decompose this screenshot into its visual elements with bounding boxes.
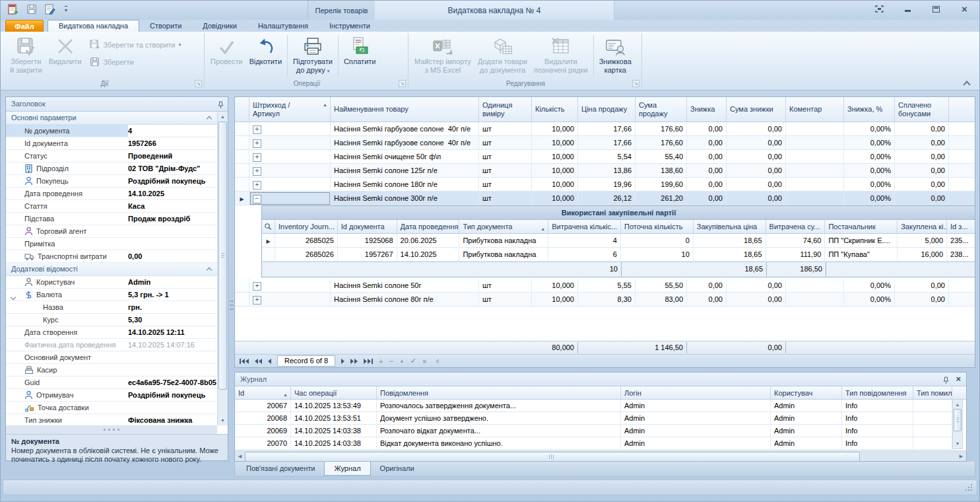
- ribbon-button[interactable]: Підготувати до друку ▾: [290, 34, 336, 77]
- minimize-icon[interactable]: [903, 5, 913, 13]
- nav-delete-icon[interactable]: −: [387, 357, 395, 365]
- ribbon-tab-active[interactable]: Видаткова накладна: [48, 20, 139, 32]
- cell-login[interactable]: Admin: [621, 412, 771, 425]
- cell-barcode[interactable]: +: [249, 178, 331, 192]
- cell-bonus[interactable]: 0,00: [895, 122, 949, 136]
- cell-user[interactable]: Admin: [771, 400, 842, 412]
- vertical-splitter[interactable]: [230, 301, 234, 310]
- cell-discount_pct[interactable]: 0,00%: [844, 164, 895, 178]
- field-value[interactable]: 4: [128, 125, 216, 137]
- scrollbar-thumb[interactable]: [218, 122, 227, 390]
- product-row[interactable]: +Насіння Semki солоне 125г п/ешт10,00013…: [235, 164, 975, 178]
- cell-name[interactable]: Насіння Semki очищене 50г ф\п: [331, 150, 479, 164]
- cell-unit[interactable]: шт: [479, 122, 532, 136]
- column-header-supplier[interactable]: Постачальник: [825, 220, 898, 233]
- field-value[interactable]: Продаж вроздріб: [128, 213, 216, 225]
- column-header-login[interactable]: Логін: [621, 386, 771, 399]
- cell-barcode[interactable]: +: [249, 164, 331, 178]
- field-value[interactable]: Каса: [128, 200, 216, 212]
- field-value[interactable]: ec4a6a95-75e2-4007-8b05...: [128, 377, 216, 388]
- cell-unit[interactable]: шт: [479, 136, 532, 150]
- export-document-icon[interactable]: [7, 3, 20, 16]
- field-value[interactable]: Проведений: [128, 150, 216, 162]
- cell-purchased_qty[interactable]: 5,000: [898, 234, 947, 248]
- column-header-discount_pct[interactable]: Знижка, %: [844, 97, 895, 122]
- cell-name[interactable]: Насіння Semki солоне 50г: [331, 279, 479, 293]
- field-row[interactable]: Точка доставки: [6, 402, 218, 414]
- field-row[interactable]: Основний документ: [6, 351, 218, 364]
- cell-msg_type[interactable]: Info: [842, 437, 913, 450]
- cell-bonus[interactable]: 0,00: [895, 279, 949, 293]
- cell-bonus[interactable]: 0,00: [895, 136, 949, 150]
- cell-price[interactable]: 17,66: [578, 136, 636, 150]
- ribbon-tab-item[interactable]: Налаштування: [247, 20, 319, 32]
- cell-err_type[interactable]: [913, 425, 952, 437]
- cell-message[interactable]: Документ успішно затверджено.: [377, 412, 621, 425]
- cell-price[interactable]: 13,86: [578, 164, 636, 178]
- cell-comment[interactable]: [786, 122, 844, 136]
- cell-name[interactable]: Насіння Semki гарбузове солоне 40г п/е: [331, 136, 479, 150]
- cell-barcode[interactable]: +: [249, 279, 331, 293]
- cell-doc_type[interactable]: Прибуткова накладна: [459, 234, 548, 248]
- cell-comment[interactable]: [786, 178, 844, 192]
- cell-current_qty[interactable]: 10: [621, 248, 694, 262]
- field-value[interactable]: Роздрібний покупець: [128, 175, 216, 187]
- chevron-down-icon[interactable]: [11, 293, 15, 301]
- field-row[interactable]: Дата проведення14.10.2025: [6, 188, 218, 200]
- column-header-purchased_qty[interactable]: Закуплена кі...: [898, 220, 947, 233]
- column-header-time[interactable]: Час операції: [291, 386, 377, 399]
- collapse-ribbon-icon[interactable]: [963, 81, 971, 86]
- cell-discount[interactable]: 0,00: [687, 178, 727, 192]
- cell-price[interactable]: 5,54: [578, 150, 636, 164]
- cell-sum[interactable]: 138,60: [636, 164, 687, 178]
- column-header-msg_type[interactable]: Тип повідомлення: [842, 386, 913, 399]
- edit-document-icon[interactable]: [44, 3, 57, 16]
- nav-add-icon[interactable]: +: [377, 357, 385, 365]
- cell-discount_sum[interactable]: 0,00: [727, 164, 786, 178]
- cell-price[interactable]: 26,12: [578, 192, 636, 205]
- cell-qty[interactable]: 10,000: [532, 293, 578, 306]
- cell-discount[interactable]: 0,00: [687, 136, 727, 150]
- cell-discount_pct[interactable]: 0,00%: [844, 279, 895, 293]
- column-header-doc_id[interactable]: Id документа: [338, 220, 397, 233]
- cell-sum[interactable]: 83,00: [636, 293, 687, 306]
- dialog-launcher-icon[interactable]: ↘: [399, 80, 406, 87]
- cell-id[interactable]: 20070: [235, 437, 291, 450]
- column-header-sum[interactable]: Сума продажу: [636, 97, 687, 122]
- cell-name[interactable]: Насіння Semki солоне 180г п/е: [331, 178, 479, 192]
- scroll-left-icon[interactable]: ◀: [235, 451, 245, 461]
- field-row[interactable]: Курс5,30: [6, 314, 218, 326]
- bottom-tab[interactable]: Журнал: [324, 462, 370, 476]
- cell-bonus[interactable]: 0,00: [895, 150, 949, 164]
- field-row[interactable]: Транспортні витрати0,00: [6, 250, 218, 263]
- cell-comment[interactable]: [786, 150, 844, 164]
- cell-id_z[interactable]: 235...: [947, 234, 975, 248]
- cell-comment[interactable]: [786, 136, 844, 150]
- cell-name[interactable]: Насіння Semki солоне 125г п/е: [331, 164, 479, 178]
- ribbon-small-button[interactable]: Зберегти та створити▾: [90, 40, 181, 50]
- column-header-bonus[interactable]: Сплачено бонусами: [895, 97, 949, 122]
- nav-ok-icon[interactable]: ✓: [408, 357, 418, 365]
- cell-bonus[interactable]: 0,00: [895, 178, 949, 192]
- column-header-discount[interactable]: Знижка: [687, 97, 727, 122]
- cell-price[interactable]: 19,96: [578, 178, 636, 192]
- column-header-user[interactable]: Користувач: [771, 386, 842, 399]
- cell-discount_pct[interactable]: 0,00%: [844, 136, 895, 150]
- ribbon-button[interactable]: Сплатити: [341, 34, 379, 67]
- expand-row-icon[interactable]: +: [253, 126, 261, 134]
- field-row[interactable]: Валюта5,3 грн. -> 1: [6, 289, 218, 301]
- field-value[interactable]: 0,00: [128, 250, 216, 262]
- cell-msg_type[interactable]: Info: [842, 400, 913, 412]
- cell-discount[interactable]: 0,00: [687, 122, 727, 136]
- column-header-id[interactable]: Id▲: [235, 386, 291, 399]
- cell-time[interactable]: 14.10.2025 14:03:38: [291, 437, 377, 450]
- cell-sum[interactable]: 176,60: [636, 122, 687, 136]
- cell-unit[interactable]: шт: [479, 164, 532, 178]
- field-value[interactable]: [128, 402, 216, 413]
- ribbon-small-button[interactable]: Зберегти: [90, 57, 181, 67]
- cell-err_type[interactable]: [913, 412, 952, 425]
- cell-id[interactable]: 20069: [235, 425, 291, 437]
- field-value[interactable]: [128, 238, 216, 250]
- cell-time[interactable]: 14.10.2025 14:03:38: [291, 425, 377, 437]
- column-header-id_z[interactable]: Id з...: [947, 220, 975, 233]
